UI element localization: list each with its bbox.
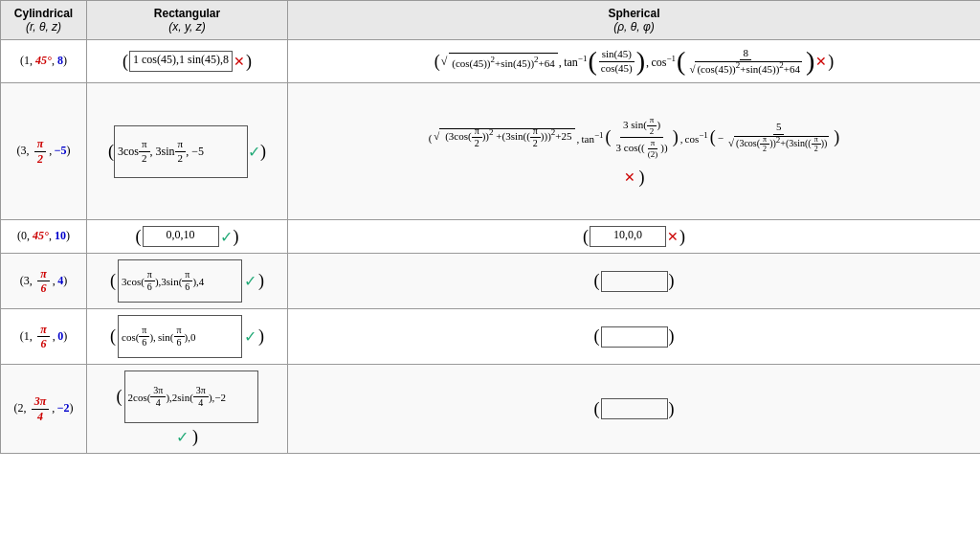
cyl-cell-4: (3, π 6 , 4): [1, 254, 87, 309]
sph-cell-4: ( ): [288, 254, 981, 309]
sph-cell-5: ( ): [288, 309, 981, 365]
table-row: (1, 45°, 8) ( 1 cos(45),1 sin(45),8 ✕ ) …: [1, 40, 981, 83]
rect-cell-4: ( 3cos(π6),3sin(π6),4 ✓ ): [87, 254, 288, 309]
sph-cell-3: ( 10,0,0 ✕ ): [288, 220, 981, 254]
rect-cell-2: ( 3cosπ2, 3sinπ2, −5 ✓ ): [87, 83, 288, 220]
table-row: (3, π 2 , −5) ( 3cosπ2, 3sinπ2, −5: [1, 83, 981, 220]
table-row: (0, 45°, 10) ( 0,0,10 ✓ ) ( 10,0,0 ✕ ): [1, 220, 981, 254]
cyl-cell-6: (2, 3π 4 , −2): [1, 365, 87, 454]
sph-status-2: ✕: [624, 169, 635, 186]
cyl-cell-5: (1, π 6 , 0): [1, 309, 87, 365]
rect-status-5: ✓: [244, 327, 256, 346]
sph-cell-6: ( ): [288, 365, 981, 454]
cyl-cell-3: (0, 45°, 10): [1, 220, 87, 254]
table-row: (2, 3π 4 , −2) ( 2cos(3π4),2sin(3π4),−2: [1, 365, 981, 454]
rect-input-3[interactable]: 0,0,10: [143, 226, 219, 247]
sph-status-1: ✕: [815, 54, 827, 70]
rect-input-2[interactable]: 3cosπ2, 3sinπ2, −5: [114, 125, 248, 178]
header-rectangular: Rectangular (x, y, z): [87, 1, 288, 40]
sph-input-5[interactable]: [601, 326, 668, 348]
sph-input-4[interactable]: [601, 271, 668, 292]
rect-input-4[interactable]: 3cos(π6),3sin(π6),4: [118, 259, 242, 303]
cyl-cell-2: (3, π 2 , −5): [1, 83, 87, 220]
rect-status-1: ✕: [234, 54, 245, 70]
header-cylindrical: Cylindrical (r, θ, z): [1, 1, 87, 40]
sph-cell-1: ( √ (cos(45))2+sin(45))2+64 , tan−1 ( si…: [288, 40, 981, 83]
table-row: (1, π 6 , 0) ( cos(π6), sin(π6),0 ✓ ): [1, 309, 981, 365]
sph-input-6[interactable]: [601, 398, 668, 419]
rect-cell-3: ( 0,0,10 ✓ ): [87, 220, 288, 254]
rect-input-6[interactable]: 2cos(3π4),2sin(3π4),−2: [124, 371, 258, 423]
rect-status-6: ✓: [176, 428, 189, 446]
cyl-cell-1: (1, 45°, 8): [1, 40, 87, 83]
sph-input-3[interactable]: 10,0,0: [590, 226, 666, 247]
rect-status-2: ✓: [248, 143, 260, 161]
rect-status-3: ✓: [220, 228, 233, 246]
rect-cell-6: ( 2cos(3π4),2sin(3π4),−2 ✓ ): [87, 365, 288, 454]
header-spherical: Spherical (ρ, θ, φ): [288, 1, 981, 40]
sph-status-3: ✕: [667, 229, 679, 245]
rect-input-1[interactable]: 1 cos(45),1 sin(45),8: [129, 51, 233, 72]
rect-cell-1: ( 1 cos(45),1 sin(45),8 ✕ ): [87, 40, 288, 83]
table-row: (3, π 6 , 4) ( 3cos(π6),3sin(π6),4 ✓ ): [1, 254, 981, 309]
sph-cell-2: ( √ (3cos(π2))2 +(3sin((π2)))2+25 , tan−…: [288, 83, 981, 220]
rect-cell-5: ( cos(π6), sin(π6),0 ✓ ): [87, 309, 288, 365]
rect-input-5[interactable]: cos(π6), sin(π6),0: [118, 315, 242, 358]
rect-status-4: ✓: [244, 272, 256, 290]
